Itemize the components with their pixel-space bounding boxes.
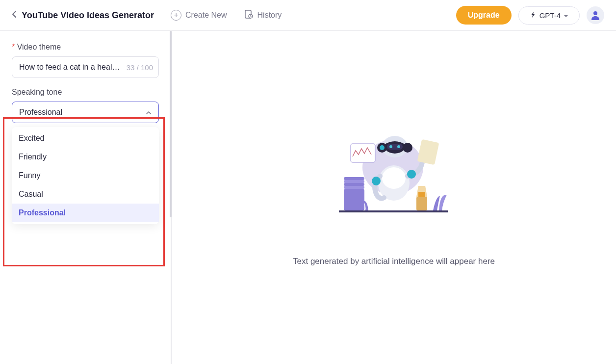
svg-point-15: [389, 145, 392, 148]
dropdown-option-professional[interactable]: Professional: [12, 204, 159, 222]
upgrade-button[interactable]: Upgrade: [456, 6, 512, 25]
svg-point-19: [403, 143, 412, 153]
back-icon[interactable]: [12, 10, 17, 20]
svg-rect-23: [416, 197, 427, 210]
svg-point-21: [407, 170, 416, 179]
svg-rect-9: [344, 177, 364, 180]
video-theme-input-wrap: 33 / 100: [12, 56, 159, 78]
chevron-up-icon: [146, 108, 152, 117]
speaking-tone-select[interactable]: Professional: [12, 102, 159, 123]
speaking-tone-dropdown: Excited Friendly Funny Casual Profession…: [12, 127, 159, 224]
speaking-tone-value: Professional: [19, 108, 62, 117]
sidebar: Video theme 33 / 100 Speaking tone Profe…: [0, 31, 172, 364]
header-right: Upgrade GPT-4: [456, 6, 604, 25]
empty-state-text: Text generated by artificial intelligenc…: [293, 257, 495, 266]
dropdown-option-excited[interactable]: Excited: [12, 129, 159, 148]
speaking-tone-field: Speaking tone Professional Excited Frien…: [12, 88, 159, 123]
dropdown-option-casual[interactable]: Casual: [12, 185, 159, 204]
create-new-button[interactable]: + Create New: [171, 10, 227, 21]
video-theme-label: Video theme: [12, 43, 159, 52]
svg-rect-22: [417, 139, 439, 164]
svg-rect-4: [339, 210, 448, 212]
model-select-button[interactable]: GPT-4: [518, 6, 580, 25]
header-left: YouTube Video Ideas Generator + Create N…: [12, 9, 282, 21]
main-content: Text generated by artificial intelligenc…: [172, 31, 616, 364]
bolt-icon: [530, 11, 537, 20]
video-theme-counter: 33 / 100: [124, 63, 153, 72]
svg-rect-8: [344, 180, 364, 183]
svg-point-18: [380, 145, 385, 150]
header: YouTube Video Ideas Generator + Create N…: [0, 0, 616, 31]
speaking-tone-label: Speaking tone: [12, 88, 159, 97]
svg-point-12: [382, 167, 406, 189]
svg-point-20: [372, 177, 381, 185]
video-theme-field: Video theme 33 / 100: [12, 43, 159, 78]
svg-rect-14: [387, 144, 403, 150]
history-label: History: [257, 11, 282, 20]
robot-illustration: [335, 129, 453, 217]
plus-icon: +: [171, 10, 181, 21]
body: Video theme 33 / 100 Speaking tone Profe…: [0, 31, 616, 364]
svg-rect-6: [344, 186, 364, 189]
history-icon: [244, 9, 254, 21]
svg-rect-24: [418, 192, 425, 197]
speaking-tone-select-wrap: Professional Excited Friendly Funny Casu…: [12, 102, 159, 123]
svg-point-2: [593, 11, 597, 15]
svg-rect-7: [344, 183, 364, 186]
svg-point-16: [397, 145, 400, 148]
dropdown-option-friendly[interactable]: Friendly: [12, 148, 159, 166]
dropdown-option-funny[interactable]: Funny: [12, 166, 159, 185]
svg-rect-5: [344, 189, 364, 210]
create-new-label: Create New: [185, 11, 227, 20]
history-button[interactable]: History: [244, 9, 282, 21]
page-title: YouTube Video Ideas Generator: [22, 10, 154, 21]
avatar[interactable]: [587, 6, 604, 24]
caret-down-icon: [564, 11, 568, 20]
back-group: YouTube Video Ideas Generator: [12, 10, 154, 21]
model-label: GPT-4: [539, 11, 561, 20]
